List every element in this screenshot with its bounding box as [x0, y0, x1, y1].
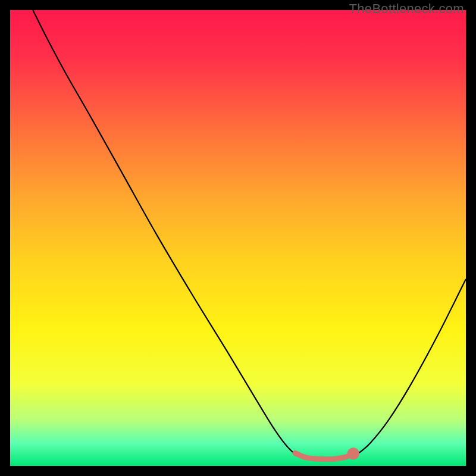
gradient-background: [10, 10, 466, 466]
bottleneck-chart: [10, 10, 466, 466]
optimal-region-end-dot: [347, 447, 359, 459]
chart-frame: [10, 10, 466, 466]
watermark-text: TheBottleneck.com: [349, 1, 464, 17]
